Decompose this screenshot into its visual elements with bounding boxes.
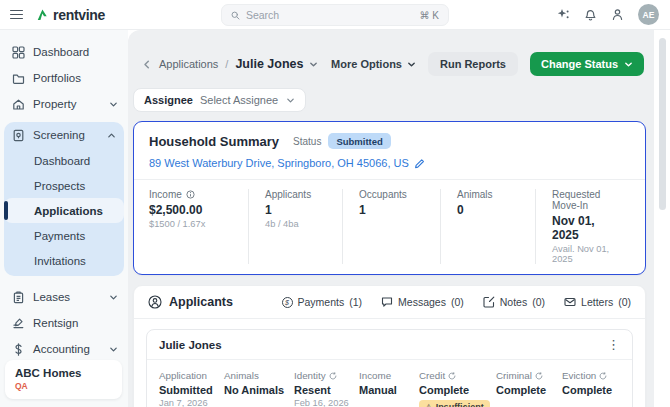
refresh-icon[interactable] bbox=[599, 372, 607, 380]
check-identity: Identity Resent Feb 16, 2026 bbox=[294, 370, 359, 407]
stat-sub bbox=[359, 219, 434, 229]
edit-pencil-icon[interactable] bbox=[414, 158, 425, 169]
check-sub: Feb 16, 2026 bbox=[294, 398, 359, 407]
stat-value: 1 bbox=[265, 203, 336, 217]
menu-icon[interactable] bbox=[10, 10, 23, 20]
check-income: Income Manual bbox=[359, 370, 419, 407]
run-reports-button[interactable]: Run Reports bbox=[428, 52, 518, 76]
stat-sub: Avail. Nov 01, 2025 bbox=[552, 244, 624, 264]
checks-row-1: Application Submitted Jan 7, 2026 Animal… bbox=[159, 370, 620, 407]
search-icon bbox=[231, 10, 240, 21]
tab-label: Messages bbox=[398, 296, 446, 308]
assignee-select[interactable]: Assignee Select Assignee bbox=[133, 88, 306, 112]
check-criminal: Criminal Complete bbox=[496, 370, 562, 407]
sidebar-item-label: Property bbox=[33, 98, 76, 110]
ai-sparkle-icon[interactable] bbox=[557, 8, 570, 21]
stat-occupants: Occupants 1 bbox=[342, 189, 440, 264]
tab-count: (1) bbox=[349, 296, 362, 308]
check-label: Identity bbox=[294, 370, 326, 381]
sidebar-item-screening-invitations[interactable]: Invitations bbox=[4, 248, 124, 273]
search-bar[interactable]: ⌘ K bbox=[221, 4, 449, 26]
back-chevron-icon[interactable] bbox=[142, 59, 152, 70]
applicants-person-icon bbox=[148, 295, 162, 309]
sidebar-item-property[interactable]: Property bbox=[0, 91, 128, 117]
sidebar-subitem-label: Dashboard bbox=[34, 155, 90, 167]
avatar[interactable]: AE bbox=[638, 4, 659, 25]
tab-count: (0) bbox=[532, 296, 545, 308]
sidebar-subitem-label: Applications bbox=[34, 205, 103, 217]
main-content: Applications / Julie Jones More Options … bbox=[128, 30, 654, 407]
applicants-card: Applicants $ Payments (1) Messages (0) bbox=[133, 285, 646, 407]
property-address-link[interactable]: 89 West Waterbury Drive, Springboro, OH … bbox=[149, 157, 425, 169]
chevron-down-icon bbox=[109, 293, 118, 302]
account-name: ABC Homes bbox=[15, 367, 112, 379]
tab-label: Notes bbox=[500, 296, 527, 308]
sidebar-item-accounting[interactable]: Accounting bbox=[0, 336, 128, 362]
breadcrumb-parent[interactable]: Applications bbox=[159, 58, 218, 70]
refresh-icon[interactable] bbox=[535, 372, 543, 380]
stat-applicants: Applicants 1 4b / 4ba bbox=[248, 189, 342, 264]
tab-notes[interactable]: Notes (0) bbox=[483, 296, 545, 308]
assignee-value: Select Assignee bbox=[200, 94, 278, 106]
chevron-up-icon bbox=[107, 131, 116, 140]
applicant-name-row: Julie Jones ⋮ bbox=[147, 330, 632, 359]
stat-label: Occupants bbox=[359, 189, 434, 200]
house-icon bbox=[12, 98, 25, 111]
stat-sub: 4b / 4ba bbox=[265, 219, 336, 229]
refresh-icon[interactable] bbox=[329, 372, 337, 380]
breadcrumb-current[interactable]: Julie Jones bbox=[235, 57, 303, 71]
sidebar-item-label: Leases bbox=[33, 291, 70, 303]
scrollbar-thumb[interactable] bbox=[659, 38, 666, 210]
support-person-icon[interactable] bbox=[611, 8, 624, 21]
sidebar-item-screening-applications[interactable]: Applications bbox=[4, 198, 124, 223]
sidebar-item-screening[interactable]: Screening bbox=[4, 122, 124, 148]
sidebar-item-leases[interactable]: Leases bbox=[0, 284, 128, 310]
note-icon bbox=[483, 296, 495, 308]
header-actions: More Options Run Reports Change Status bbox=[331, 52, 644, 76]
applicants-tabs: $ Payments (1) Messages (0) Notes bbox=[282, 296, 631, 308]
credit-warning-badge: ⚠ Insufficient bbox=[419, 400, 490, 407]
logo-text: rentvine bbox=[53, 7, 105, 23]
kebab-menu-icon[interactable]: ⋮ bbox=[607, 338, 620, 351]
more-options-button[interactable]: More Options bbox=[331, 58, 416, 70]
sidebar-item-dashboard[interactable]: Dashboard bbox=[0, 39, 128, 65]
more-options-label: More Options bbox=[331, 58, 402, 70]
refresh-icon[interactable] bbox=[448, 372, 456, 380]
topbar: rentvine ⌘ K AE bbox=[0, 0, 670, 30]
tab-letters[interactable]: Letters (0) bbox=[564, 296, 631, 308]
check-sub: Jan 7, 2026 bbox=[159, 398, 224, 407]
sidebar-item-screening-payments[interactable]: Payments bbox=[4, 223, 124, 248]
status-label: Status bbox=[293, 136, 321, 147]
chevron-down-icon bbox=[624, 60, 633, 69]
check-label: Income bbox=[359, 370, 419, 381]
applicant-name: Julie Jones bbox=[159, 339, 222, 351]
check-value: Submitted bbox=[159, 384, 224, 396]
change-status-label: Change Status bbox=[541, 58, 618, 70]
tab-messages[interactable]: Messages (0) bbox=[381, 296, 464, 308]
sidebar-item-screening-prospects[interactable]: Prospects bbox=[4, 173, 124, 198]
tab-payments[interactable]: $ Payments (1) bbox=[282, 296, 363, 308]
account-switcher[interactable]: ABC Homes QA bbox=[5, 360, 122, 399]
info-icon[interactable] bbox=[186, 190, 195, 199]
status-badge: Submitted bbox=[328, 133, 390, 149]
dollar-icon bbox=[12, 343, 25, 356]
environment-badge: QA bbox=[15, 381, 112, 391]
sidebar-item-rentsign[interactable]: Rentsign bbox=[0, 310, 128, 336]
payments-dollar-icon: $ bbox=[282, 297, 293, 308]
sidebar-item-portfolios[interactable]: Portfolios bbox=[0, 65, 128, 91]
tab-label: Letters bbox=[581, 296, 613, 308]
tab-count: (0) bbox=[618, 296, 631, 308]
folder-icon bbox=[12, 72, 25, 85]
logo[interactable]: rentvine bbox=[36, 7, 105, 23]
change-status-button[interactable]: Change Status bbox=[530, 52, 644, 76]
chevron-down-icon bbox=[109, 345, 118, 354]
check-value: No Animals bbox=[224, 384, 294, 396]
sidebar: Dashboard Portfolios Property Screening … bbox=[0, 30, 128, 407]
notifications-bell-icon[interactable] bbox=[584, 8, 597, 21]
search-input[interactable] bbox=[246, 9, 414, 21]
badge-label: Insufficient bbox=[436, 402, 484, 407]
avatar-initials: AE bbox=[643, 10, 655, 20]
sidebar-item-screening-dashboard[interactable]: Dashboard bbox=[4, 148, 124, 173]
stat-label: Income bbox=[149, 189, 182, 200]
divider bbox=[134, 318, 645, 319]
